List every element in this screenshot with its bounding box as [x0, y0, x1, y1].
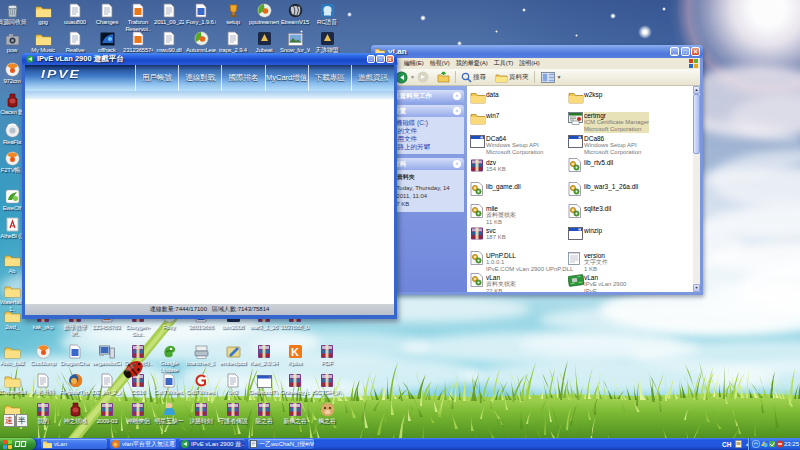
- svg-text:K: K: [291, 346, 299, 358]
